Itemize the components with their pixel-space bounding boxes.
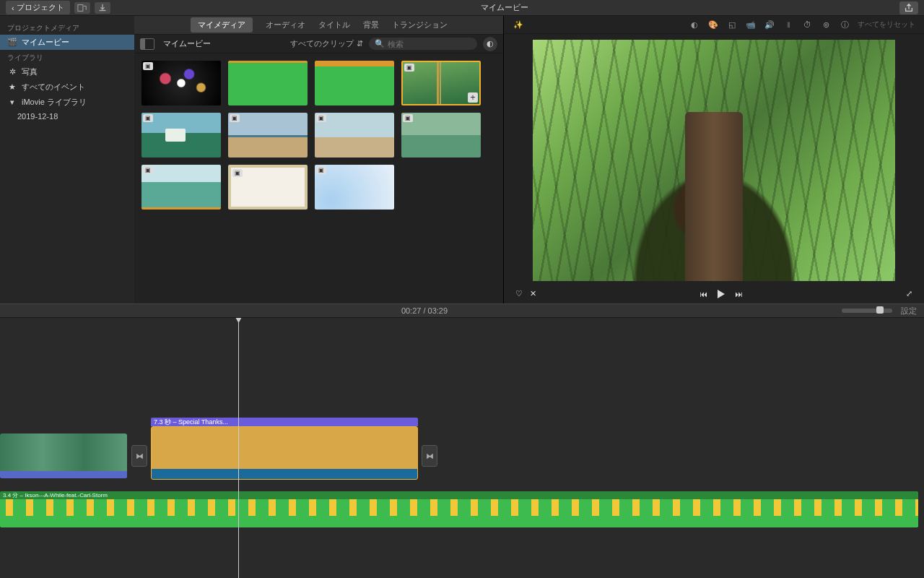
updown-icon: ⇵ — [357, 39, 363, 48]
playhead[interactable] — [238, 318, 239, 578]
chevron-left-icon: ‹ — [12, 4, 14, 12]
current-time: 00:27 — [401, 306, 422, 315]
audio-clip-label: 3.4 分 – Ikson---A-While-feat.-Carl-Storm — [0, 491, 918, 499]
transition-clip[interactable]: ⧓ — [422, 445, 437, 467]
reset-all-button[interactable]: すべてをリセット — [858, 20, 915, 30]
disclosure-icon: ▾ — [7, 98, 17, 107]
window-title: マイムービー — [110, 2, 899, 13]
play-button[interactable] — [718, 290, 725, 298]
zoom-slider[interactable] — [842, 309, 892, 313]
filter-icon: ◐ — [487, 39, 494, 48]
thumbnail-grid: ▣ ▣ ▣ ▣ ▣ ▣ ▣ ▣ ▣ — [134, 53, 503, 303]
tab-audio[interactable]: オーディオ — [266, 20, 305, 30]
noise-eq-icon[interactable]: ⫴ — [783, 19, 794, 30]
camera-icon: ▣ — [143, 166, 153, 174]
camera-icon: ▣ — [403, 114, 413, 122]
timeline[interactable]: 7.3 秒 – Special Thanks... ⧓ ⧓ 3.4 分 – Ik… — [0, 318, 924, 578]
sidebar-item-label: マイムービー — [22, 37, 69, 48]
sidebar-item-project[interactable]: 🎬 マイムービー — [0, 35, 134, 50]
download-icon — [97, 3, 108, 13]
crop-icon[interactable]: ◱ — [726, 19, 738, 30]
library-sidebar: プロジェクトメディア 🎬 マイムービー ライブラリ ✲ 写真 ★ すべてのイベン… — [0, 16, 134, 303]
svg-rect-0 — [78, 4, 83, 11]
back-to-projects-button[interactable]: ‹ プロジェクト — [6, 1, 70, 14]
camera-icon: ▣ — [143, 62, 153, 70]
speed-icon[interactable]: ⏱ — [801, 19, 813, 30]
volume-icon[interactable]: 🔊 — [764, 19, 775, 30]
search-field[interactable]: 🔍 — [369, 38, 477, 50]
favorite-icon[interactable]: ♡ — [515, 289, 523, 298]
browser-toolbar: マイムービー すべてのクリップ ⇵ 🔍 ◐ — [134, 35, 503, 53]
clip-thumbnail-selected[interactable]: ▣ — [401, 61, 481, 105]
clip-thumbnail[interactable]: ▣ — [401, 113, 481, 158]
sidebar-item-event-date[interactable]: 2019-12-18 — [0, 110, 134, 123]
camera-icon: ▣ — [143, 114, 153, 122]
tab-transitions[interactable]: トランジション — [392, 20, 448, 30]
sidebar-item-label: 写真 — [22, 66, 38, 77]
viewer-canvas — [504, 34, 924, 284]
viewer-controls: ♡ ✕ ⏮ ⏭ ⤢ — [504, 284, 924, 303]
sidebar-item-all-events[interactable]: ★ すべてのイベント — [0, 79, 134, 95]
share-icon — [904, 3, 914, 13]
clip-thumbnail[interactable]: ▣ — [141, 165, 221, 210]
preview-viewer: ✨ ◐ 🎨 ◱ 📹 🔊 ⫴ ⏱ ⊚ ⓘ すべてをリセット ♡ ✕ ⏮ ⏭ — [504, 16, 924, 303]
clip-thumbnail[interactable]: ▣ — [141, 113, 221, 158]
clip-thumbnail[interactable]: ▣ — [228, 113, 308, 158]
camera-icon: ▣ — [232, 169, 243, 177]
titlebar: ‹ プロジェクト マイムービー — [0, 0, 924, 16]
star-icon: ★ — [7, 83, 17, 92]
import-media-button[interactable] — [74, 2, 90, 14]
toggle-sidebar-button[interactable] — [140, 38, 154, 50]
sidebar-item-label: 2019-12-18 — [17, 112, 58, 121]
content-filter-button[interactable]: ◐ — [483, 37, 497, 51]
video-clip-selected[interactable] — [151, 426, 418, 480]
clip-thumbnail[interactable]: ▣ — [228, 165, 308, 210]
enhance-wand-icon[interactable]: ✨ — [513, 19, 524, 30]
stabilization-icon[interactable]: 📹 — [745, 19, 757, 30]
clip-thumbnail[interactable] — [228, 61, 308, 105]
dropdown-label: すべてのクリップ — [290, 38, 354, 49]
search-icon: 🔍 — [375, 39, 385, 48]
reject-icon[interactable]: ✕ — [530, 289, 536, 298]
color-balance-icon[interactable]: ◐ — [689, 19, 700, 30]
upper-panel: プロジェクトメディア 🎬 マイムービー ライブラリ ✲ 写真 ★ すべてのイベン… — [0, 16, 924, 303]
timeline-settings-button[interactable]: 設定 — [901, 306, 917, 316]
camera-icon: ▣ — [316, 166, 326, 174]
tab-titles[interactable]: タイトル — [318, 20, 350, 30]
audio-clip[interactable]: 3.4 分 – Ikson---A-While-feat.-Carl-Storm — [0, 491, 918, 527]
next-frame-icon[interactable]: ⏭ — [735, 290, 743, 298]
clapper-icon: 🎬 — [7, 38, 17, 47]
transition-clip[interactable]: ⧓ — [131, 445, 147, 467]
audio-waveform — [0, 499, 918, 527]
tab-backgrounds[interactable]: 背景 — [363, 20, 379, 30]
sidebar-item-imovie-library[interactable]: ▾ iMovie ライブラリ — [0, 95, 134, 110]
film-note-icon — [77, 3, 87, 13]
sidebar-item-label: すべてのイベント — [22, 82, 85, 92]
title-clip[interactable]: 7.3 秒 – Special Thanks... — [151, 418, 418, 426]
tab-my-media[interactable]: マイメディア — [191, 17, 253, 33]
fullscreen-icon[interactable]: ⤢ — [906, 289, 912, 298]
share-button[interactable] — [899, 1, 918, 14]
clip-thumbnail[interactable]: ▣ — [141, 61, 221, 105]
media-browser: マイメディア オーディオ タイトル 背景 トランジション マイムービー すべての… — [134, 16, 504, 303]
clip-thumbnail[interactable]: ▣ — [315, 113, 394, 158]
clip-filter-dropdown[interactable]: すべてのクリップ ⇵ — [290, 38, 363, 49]
filter-effects-icon[interactable]: ⊚ — [820, 19, 832, 30]
total-time: 03:29 — [428, 306, 448, 315]
video-clip[interactable] — [0, 434, 127, 478]
sidebar-header-library: ライブラリ — [0, 50, 134, 64]
color-correction-icon[interactable]: 🎨 — [707, 19, 719, 30]
back-label: プロジェクト — [17, 2, 64, 13]
preview-frame[interactable] — [533, 40, 895, 281]
clip-thumbnail[interactable] — [315, 61, 394, 105]
camera-icon: ▣ — [404, 64, 414, 72]
camera-icon: ▣ — [230, 114, 240, 122]
search-input[interactable] — [388, 40, 471, 48]
timecode: 00:27 / 03:29 — [401, 306, 448, 315]
sidebar-item-photos[interactable]: ✲ 写真 — [0, 64, 134, 79]
download-button[interactable] — [95, 2, 110, 14]
prev-frame-icon[interactable]: ⏮ — [699, 290, 707, 298]
clip-thumbnail[interactable]: ▣ — [315, 165, 394, 210]
info-icon[interactable]: ⓘ — [839, 19, 850, 30]
sidebar-item-label: iMovie ライブラリ — [22, 97, 87, 108]
